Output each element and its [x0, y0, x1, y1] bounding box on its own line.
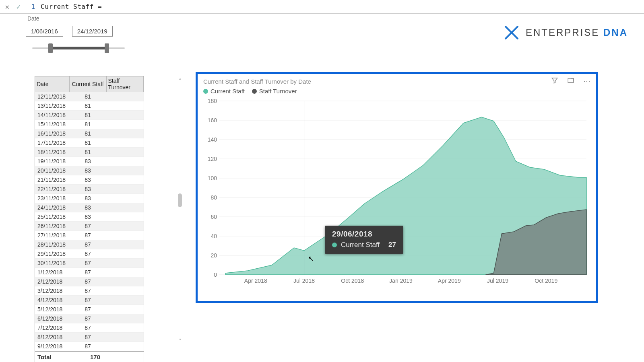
- scroll-down-icon[interactable]: ˅: [179, 338, 182, 344]
- cell-date: 22/11/2018: [35, 185, 69, 194]
- table-row[interactable]: 14/11/201881: [35, 111, 144, 120]
- formula-bar: ✕ ✓ 1 Current Staff =: [0, 0, 644, 14]
- table-row[interactable]: 18/11/201881: [35, 148, 144, 157]
- table-row[interactable]: 19/11/201883: [35, 157, 144, 166]
- more-options-icon[interactable]: ⋯: [583, 77, 590, 86]
- date-slicer-label: Date: [27, 15, 39, 22]
- cell-date: 15/11/2018: [35, 120, 69, 129]
- focus-mode-icon[interactable]: [567, 77, 574, 86]
- table-row[interactable]: 20/11/201883: [35, 166, 144, 175]
- slider-handle-start[interactable]: [48, 43, 53, 53]
- table-row[interactable]: 13/11/201881: [35, 101, 144, 111]
- cell-current: 87: [69, 240, 106, 249]
- x-tick: Jul 2018: [293, 278, 315, 284]
- cell-turnover: [106, 111, 144, 120]
- staff-table[interactable]: Date Current Staff Staff Turnover 12/11/…: [35, 76, 144, 362]
- tooltip-series: Current Staff: [341, 241, 380, 249]
- y-tick: 0: [214, 272, 217, 278]
- table-row[interactable]: 2/12/201887: [35, 277, 144, 286]
- cell-date: 6/12/2018: [35, 314, 69, 323]
- cancel-formula-button[interactable]: ✕: [2, 1, 13, 12]
- total-value: 170: [69, 352, 106, 362]
- cell-date: 5/12/2018: [35, 305, 69, 314]
- table-row[interactable]: 29/11/201887: [35, 249, 144, 259]
- cell-date: 16/11/2018: [35, 129, 69, 138]
- table-row[interactable]: 27/11/201887: [35, 231, 144, 240]
- cell-turnover: [106, 138, 144, 148]
- table-row[interactable]: 5/12/201887: [35, 305, 144, 314]
- y-tick: 100: [208, 175, 217, 181]
- cell-date: 8/12/2018: [35, 333, 69, 342]
- staff-chart-visual[interactable]: Current Staff and Staff Turnover by Date…: [196, 72, 598, 303]
- table-row[interactable]: 23/11/201883: [35, 194, 144, 203]
- cell-current: 87: [69, 305, 106, 314]
- table-row[interactable]: 24/11/201883: [35, 203, 144, 212]
- col-turnover[interactable]: Staff Turnover: [106, 76, 144, 92]
- commit-formula-button[interactable]: ✓: [13, 1, 24, 12]
- dna-icon: [503, 24, 520, 41]
- cell-current: 83: [69, 194, 106, 203]
- table-row[interactable]: 30/11/201887: [35, 259, 144, 268]
- cell-turnover: [106, 148, 144, 157]
- table-row[interactable]: 1/12/201887: [35, 268, 144, 277]
- tooltip-date: 29/06/2018: [332, 230, 396, 239]
- brand-text: ENTERPRISE: [526, 27, 599, 38]
- table-row[interactable]: 3/12/201887: [35, 286, 144, 296]
- chart-legend: Current Staff Staff Turnover: [198, 86, 596, 95]
- filter-icon[interactable]: [551, 77, 558, 86]
- cell-current: 81: [69, 138, 106, 148]
- cell-current: 87: [69, 259, 106, 268]
- table-row[interactable]: 9/12/201887: [35, 342, 144, 351]
- x-tick: Jul 2019: [487, 278, 508, 284]
- table-row[interactable]: 16/11/201881: [35, 129, 144, 138]
- col-current[interactable]: Current Staff: [69, 76, 106, 92]
- table-row[interactable]: 21/11/201883: [35, 175, 144, 185]
- cell-date: 24/11/2018: [35, 203, 69, 212]
- cell-date: 4/12/2018: [35, 296, 69, 305]
- table-row[interactable]: 17/11/201881: [35, 138, 144, 148]
- cell-date: 19/11/2018: [35, 157, 69, 166]
- cell-current: 87: [69, 342, 106, 351]
- y-tick: 20: [211, 252, 217, 259]
- cell-current: 87: [69, 268, 106, 277]
- table-row[interactable]: 25/11/201883: [35, 212, 144, 222]
- table-row[interactable]: 4/12/201887: [35, 296, 144, 305]
- date-end-input[interactable]: 24/12/2019: [72, 26, 113, 37]
- x-tick: Oct 2019: [535, 278, 557, 284]
- scroll-up-icon[interactable]: ˄: [179, 78, 182, 84]
- legend-label-turnover: Staff Turnover: [259, 88, 297, 95]
- table-row[interactable]: 15/11/201881: [35, 120, 144, 129]
- y-tick: 140: [208, 136, 217, 143]
- scroll-thumb[interactable]: [178, 193, 182, 207]
- cell-turnover: [106, 185, 144, 194]
- cell-date: 29/11/2018: [35, 249, 69, 259]
- table-row[interactable]: 6/12/201887: [35, 314, 144, 323]
- formula-text[interactable]: Current Staff =: [41, 3, 102, 10]
- col-date[interactable]: Date: [35, 76, 69, 92]
- cell-date: 1/12/2018: [35, 268, 69, 277]
- legend-swatch-turnover: [252, 89, 257, 94]
- chart-plot-area[interactable]: 180160140120100806040200 Apr 2018Jul 201…: [203, 97, 590, 293]
- cell-current: 87: [69, 296, 106, 305]
- y-tick: 40: [211, 233, 217, 239]
- cell-turnover: [106, 175, 144, 185]
- formula-line-number: 1: [31, 3, 35, 10]
- cell-turnover: [106, 259, 144, 268]
- table-row[interactable]: 22/11/201883: [35, 185, 144, 194]
- date-start-input[interactable]: 1/06/2016: [26, 26, 63, 37]
- date-range-slider[interactable]: [32, 43, 125, 54]
- cell-turnover: [106, 249, 144, 259]
- cell-current: 81: [69, 129, 106, 138]
- table-row[interactable]: 8/12/201887: [35, 333, 144, 342]
- table-row[interactable]: 26/11/201887: [35, 222, 144, 231]
- cell-turnover: [106, 194, 144, 203]
- slider-handle-end[interactable]: [105, 43, 109, 53]
- x-tick: Apr 2018: [244, 278, 267, 284]
- table-row[interactable]: 7/12/201887: [35, 323, 144, 333]
- svg-line-1: [513, 34, 515, 36]
- svg-line-0: [508, 29, 510, 31]
- cell-current: 87: [69, 249, 106, 259]
- table-row[interactable]: 28/11/201887: [35, 240, 144, 249]
- brand-accent: DNA: [603, 27, 628, 38]
- table-row[interactable]: 12/11/201881: [35, 92, 144, 101]
